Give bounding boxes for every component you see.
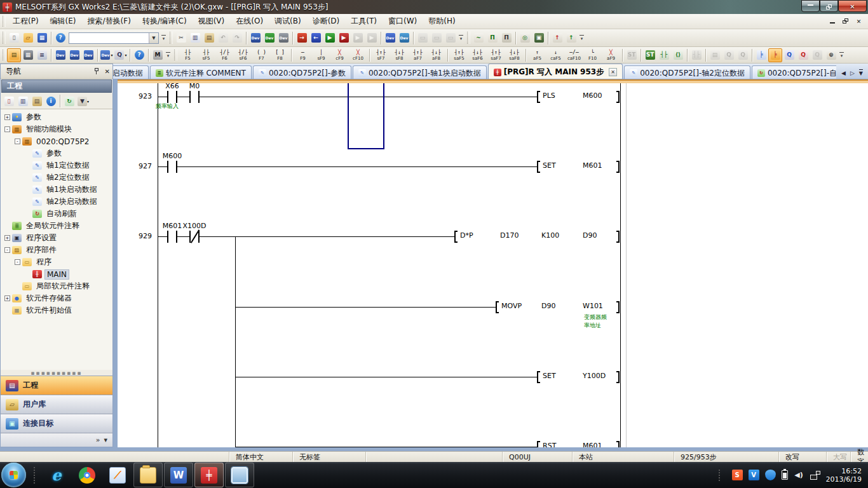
read-mode-zoom-icon[interactable]: Q (782, 48, 796, 62)
tab-[PRG]R 写入 MAIN 953步[interactable]: ╫[PRG]R 写入 MAIN 953步✕ (488, 64, 623, 79)
device-search-result-icon[interactable]: Dev (262, 31, 276, 45)
volume-icon[interactable]: ◀) (794, 470, 804, 480)
tree-item-参数[interactable]: +•参数 (1, 111, 112, 123)
tab-0020:QD75P2[]-轴1块启动数据[interactable]: ✎0020:QD75P2[]-轴1块启动数据 (353, 65, 487, 79)
collapse-icon[interactable]: - (15, 259, 20, 265)
note-edit-icon[interactable]: Q (736, 48, 750, 62)
ladder-key-saF7[interactable]: ┤↑├saF7 (487, 48, 505, 62)
tab-scroll-left-icon[interactable]: ◀ (841, 70, 846, 76)
gx-works2-button[interactable]: ╪ (194, 463, 224, 487)
limit-check-down-icon[interactable]: ↑ (564, 31, 578, 45)
string-search-icon[interactable]: Dev (276, 31, 290, 45)
menu-item[interactable]: 搜索/替换(F) (82, 14, 137, 29)
tab-0020:QD75P2[]-自动刷新[interactable]: ↻0020:QD75P2[]-自动刷新 (752, 65, 836, 79)
device-table-icon[interactable]: Dev (67, 48, 81, 62)
tree-item-局部软元件注释[interactable]: -▭局部软元件注释 (1, 280, 112, 292)
contact-M0[interactable] (189, 91, 200, 103)
write-to-plc-icon[interactable]: → (295, 31, 309, 45)
watch-start-icon[interactable]: ◎ (518, 31, 532, 45)
ladder-key-F6[interactable]: ┤/├F6 (215, 48, 234, 62)
copy-icon[interactable]: ▥ (188, 31, 202, 45)
ladder-key-saF6[interactable]: ┤↓├saF6 (468, 48, 487, 62)
limit-check-up-icon[interactable]: ↑ (550, 31, 564, 45)
zoom-icon[interactable]: ⊕ (824, 48, 838, 62)
expand-icon[interactable]: + (4, 114, 10, 120)
operand[interactable]: D90 (582, 231, 597, 240)
contact-M600[interactable] (167, 161, 177, 173)
statement-edit-icon[interactable]: Q (722, 48, 736, 62)
toolbar-overflow-icon[interactable]: ▾ (160, 31, 167, 45)
nav-paste-icon[interactable]: ▤ (30, 94, 44, 108)
toolbar-overflow-icon[interactable]: ▾ (838, 48, 845, 62)
ladder-key-aF9[interactable]: ╳aF9 (602, 48, 620, 62)
edit-contact-icon[interactable]: ┤├ (657, 48, 671, 62)
menu-item[interactable]: 诊断(D) (307, 14, 346, 29)
tab-list-icon[interactable]: ▼ (859, 69, 863, 76)
child-close-button[interactable]: ✕ (853, 17, 864, 26)
redo-icon[interactable]: ↷ (230, 31, 244, 45)
collapse-icon[interactable]: - (4, 126, 10, 132)
pin-icon[interactable] (93, 67, 101, 75)
edit-block-icon[interactable]: ┤├ (689, 48, 703, 62)
device-display-icon[interactable]: Dev▾ (100, 48, 114, 62)
menu-item[interactable]: 帮助(H) (423, 14, 461, 29)
menu-item[interactable]: 在线(O) (230, 14, 269, 29)
ladder-key-aF8[interactable]: ┤↓├aF8 (427, 48, 445, 62)
ladder-key-F7[interactable]: ( )F7 (252, 48, 271, 62)
simulation-stop-icon[interactable]: ▭ (430, 31, 444, 45)
menu-item[interactable]: 窗口(W) (383, 14, 423, 29)
menubar-drag-handle[interactable] (3, 16, 6, 26)
tree-item-软元件存储器[interactable]: +●软元件存储器 (1, 292, 112, 304)
tab-轴2块启动数据[interactable]: ✎轴2块启动数据 (113, 65, 149, 79)
pulse-trace-icon[interactable]: П (485, 31, 499, 45)
instruction[interactable]: D*P (459, 231, 474, 240)
toolbar-overflow-icon[interactable]: ▾ (458, 31, 465, 45)
device-ccl-icon[interactable]: Dev (81, 48, 95, 62)
ladder-key-saF5[interactable]: ┤↑├saF5 (450, 48, 468, 62)
open-project-icon[interactable]: ▱ (21, 31, 35, 45)
ladder-key-cF9[interactable]: ╳cF9 (330, 48, 349, 62)
cut-icon[interactable]: ✂ (174, 31, 188, 45)
edit-cursor[interactable] (348, 81, 384, 149)
ladder-key-caF10[interactable]: ─/─caF10 (565, 48, 583, 62)
expand-icon[interactable]: + (4, 235, 10, 241)
collapse-icon[interactable]: - (15, 139, 20, 144)
nav-filter-icon[interactable]: ▼▾ (76, 94, 90, 108)
trace-setting-icon[interactable]: П (499, 31, 513, 45)
tree-item-0020:QD75P2[interactable]: -▥0020:QD75P2 (1, 135, 112, 147)
monitor-zoom-icon[interactable]: Q (810, 48, 824, 62)
tree-item-MAIN[interactable]: -╫MAIN (1, 268, 112, 280)
navigation-window-icon[interactable]: ▤ (7, 48, 21, 62)
write-mode-icon[interactable]: ╞ (768, 48, 782, 62)
comment-edit-icon[interactable]: ▤ (708, 48, 722, 62)
monitor-stop-icon[interactable]: ▶ (337, 31, 351, 45)
child-minimize-button[interactable] (827, 17, 837, 26)
st-box-icon[interactable]: ST (625, 48, 639, 62)
nav-button-用户库[interactable]: ▱用户库 (1, 395, 112, 414)
contact-X100D[interactable] (189, 231, 200, 243)
tree-item-智能功能模块[interactable]: -▥智能功能模块 (1, 123, 112, 135)
ladder-key-F10[interactable]: └F10 (583, 48, 602, 62)
device-comment-icon[interactable]: Dev (53, 48, 67, 62)
module-configuration-icon[interactable]: ▦ (21, 48, 35, 62)
instruction[interactable]: RST (542, 442, 557, 447)
watch-register-icon[interactable]: ▣ (532, 31, 546, 45)
ladder-key-sF9[interactable]: │sF9 (312, 48, 330, 62)
tab-close-icon[interactable]: ✕ (609, 68, 617, 76)
save-project-icon[interactable]: ▦ (35, 31, 49, 45)
operand[interactable]: W101 (582, 302, 604, 310)
operand[interactable]: D90 (541, 302, 556, 310)
operand[interactable]: Y100D (582, 372, 606, 380)
monitor-test-icon[interactable]: ▶ (365, 31, 379, 45)
tree-item-软元件初始值[interactable]: -▦软元件初始值 (1, 304, 112, 316)
simulation-start-icon[interactable]: ▭ (416, 31, 430, 45)
nav-copy-icon[interactable]: ▥ (16, 94, 30, 108)
tab-scroll-right-icon[interactable]: ▷ (850, 70, 855, 76)
tab-0020:QD75P2[]-轴2定位数据[interactable]: ✎0020:QD75P2[]-轴2定位数据 (624, 65, 750, 79)
tree-item-程序部件[interactable]: -▨程序部件 (1, 244, 112, 256)
menu-item[interactable]: 编辑(E) (44, 14, 82, 29)
security-shield-icon[interactable] (765, 470, 776, 480)
new-project-icon[interactable]: ▯ (7, 31, 21, 45)
ladder-key-saF8[interactable]: ┤↓├saF8 (505, 48, 524, 62)
toolbar-overflow-icon[interactable]: ▾ (165, 48, 172, 62)
